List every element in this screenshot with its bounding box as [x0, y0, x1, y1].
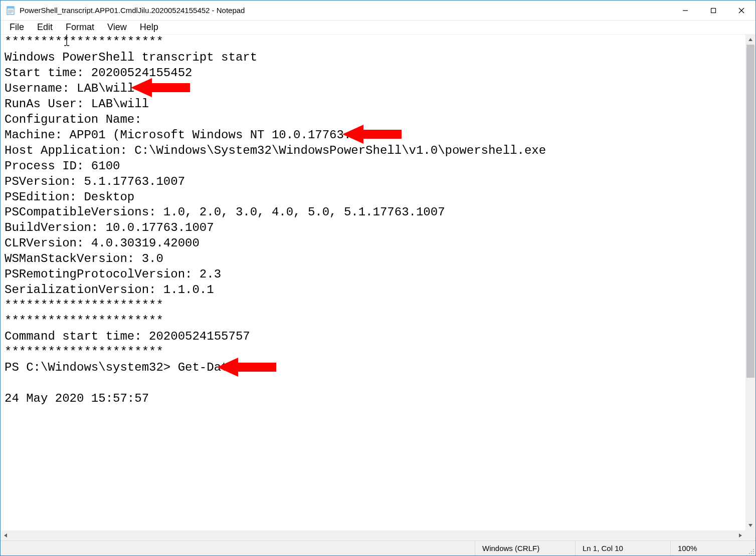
hscroll-track[interactable]: [11, 530, 735, 540]
scroll-left-icon[interactable]: [1, 530, 11, 540]
titlebar: PowerShell_transcript.APP01.CmdlJilu.202…: [1, 1, 755, 21]
window-controls: [671, 1, 755, 20]
svg-rect-7: [711, 8, 716, 13]
svg-marker-15: [4, 533, 7, 537]
status-spacer: [1, 541, 475, 555]
scroll-up-icon[interactable]: [745, 35, 755, 45]
menu-view[interactable]: View: [101, 21, 133, 34]
svg-point-18: [751, 551, 752, 552]
maximize-button[interactable]: [699, 1, 727, 20]
svg-point-22: [753, 553, 754, 554]
svg-point-19: [753, 551, 754, 552]
status-line-ending: Windows (CRLF): [475, 541, 575, 555]
vertical-scrollbar[interactable]: [745, 35, 755, 530]
text-area[interactable]: ********************** Windows PowerShel…: [1, 35, 745, 530]
svg-marker-13: [748, 38, 752, 41]
menu-format[interactable]: Format: [60, 21, 100, 34]
status-cursor-position: Ln 1, Col 10: [575, 541, 670, 555]
vscroll-track[interactable]: [745, 45, 755, 520]
menu-help[interactable]: Help: [134, 21, 164, 34]
svg-marker-14: [748, 524, 752, 527]
statusbar: Windows (CRLF) Ln 1, Col 10 100%: [1, 540, 755, 555]
notepad-icon: [6, 6, 16, 16]
scroll-corner: [745, 530, 755, 540]
minimize-button[interactable]: [671, 1, 699, 20]
svg-rect-1: [7, 7, 14, 9]
resize-grip-icon[interactable]: [745, 541, 755, 555]
vscroll-thumb[interactable]: [746, 45, 754, 378]
menu-file[interactable]: File: [4, 21, 30, 34]
window-title: PowerShell_transcript.APP01.CmdlJilu.202…: [20, 6, 671, 15]
content-wrap: ********************** Windows PowerShel…: [1, 35, 755, 530]
scroll-right-icon[interactable]: [735, 530, 745, 540]
menu-edit[interactable]: Edit: [31, 21, 59, 34]
scroll-down-icon[interactable]: [745, 520, 755, 530]
svg-point-21: [751, 553, 752, 554]
horizontal-scrollbar[interactable]: [1, 530, 755, 540]
status-zoom: 100%: [670, 541, 745, 555]
close-button[interactable]: [727, 1, 755, 20]
menubar: File Edit Format View Help: [1, 21, 755, 35]
svg-marker-16: [739, 533, 742, 537]
svg-point-17: [753, 549, 754, 550]
svg-point-20: [749, 553, 750, 554]
